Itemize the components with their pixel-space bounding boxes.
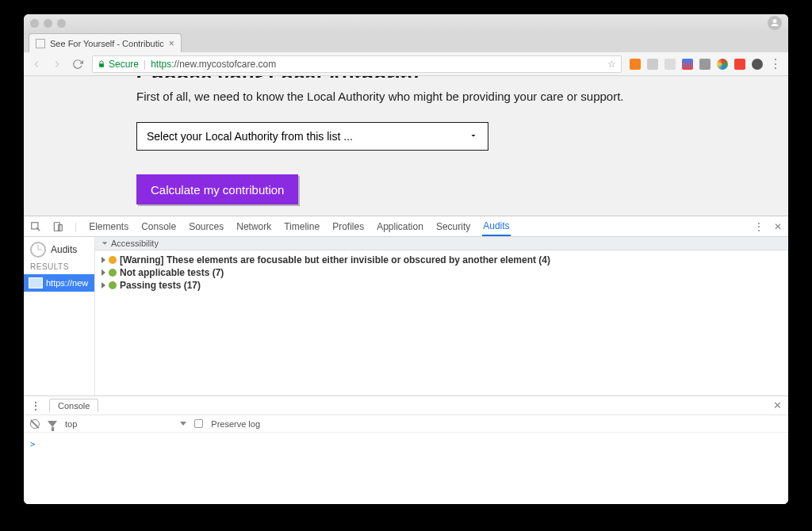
tab-profiles[interactable]: Profiles [331, 216, 365, 236]
tab-title: See For Yourself - Contributic [50, 39, 164, 48]
drawer-menu-icon[interactable]: ⋮ [30, 399, 41, 412]
audit-label: [Warning] These elements are focusable b… [120, 254, 550, 266]
bookmark-star-icon[interactable]: ☆ [607, 59, 616, 70]
inspect-element-icon[interactable] [30, 221, 41, 232]
audit-label: Not applicable tests (7) [120, 267, 224, 278]
audits-sidebar-header: Audits [24, 237, 94, 262]
audit-result-item[interactable]: https://new [24, 274, 94, 292]
clock-icon [30, 242, 46, 258]
result-thumbnail-icon [29, 277, 43, 288]
calculate-button[interactable]: Calculate my contribution [136, 174, 298, 204]
clear-console-icon[interactable] [30, 419, 40, 429]
nav-back-icon[interactable] [30, 58, 43, 71]
chevron-down-icon [180, 422, 186, 426]
audits-main: Accessibility [Warning] These elements a… [95, 237, 788, 395]
svg-rect-2 [59, 224, 63, 231]
context-label: top [65, 419, 77, 429]
disclosure-triangle-icon [102, 282, 105, 288]
tab-strip: See For Yourself - Contributic × [24, 32, 788, 52]
local-authority-select[interactable]: Select your Local Authority from this li… [136, 122, 488, 151]
console-drawer: ⋮ Console ✕ top Preserve log > [24, 395, 788, 504]
preserve-log-label: Preserve log [211, 419, 260, 429]
secure-label: Secure [109, 59, 139, 70]
devtools-tabs: | Elements Console Sources Network Timel… [24, 216, 788, 237]
window-controls [30, 19, 66, 28]
extension-icon[interactable] [699, 59, 710, 70]
drawer-close-icon[interactable]: ✕ [773, 399, 782, 411]
omnibox[interactable]: Secure | https://new.mycostofcare.com ☆ [92, 55, 622, 73]
drawer-tabs: ⋮ Console ✕ [24, 396, 788, 415]
devtools-panel: | Elements Console Sources Network Timel… [24, 216, 788, 504]
extension-icon[interactable] [682, 59, 693, 70]
extension-icons: ⋮ [630, 58, 782, 71]
page-intro: First of all, we need to know the Local … [136, 89, 676, 105]
profile-avatar-icon[interactable] [768, 16, 782, 30]
audit-row-pass[interactable]: Passing tests (17) [102, 279, 782, 292]
device-toolbar-icon[interactable] [52, 221, 63, 232]
tab-console[interactable]: Console [140, 216, 177, 236]
nav-forward-icon[interactable] [51, 58, 63, 71]
tab-audits[interactable]: Audits [482, 216, 510, 236]
disclosure-triangle-icon [102, 269, 105, 276]
result-url: https://new [46, 278, 88, 288]
titlebar [24, 14, 788, 32]
menu-kebab-icon[interactable]: ⋮ [769, 58, 782, 71]
lock-icon [98, 60, 105, 68]
drawer-tab-console[interactable]: Console [49, 399, 98, 412]
extension-icon[interactable] [734, 59, 745, 70]
disclosure-triangle-icon [102, 257, 105, 263]
devtools-menu-icon[interactable]: ⋮ [753, 220, 764, 233]
console-prompt: > [30, 439, 36, 449]
status-pass-icon [109, 269, 117, 277]
audit-row-na[interactable]: Not applicable tests (7) [102, 266, 782, 279]
tab-sources[interactable]: Sources [188, 216, 224, 236]
browser-window: See For Yourself - Contributic × Secure … [24, 14, 788, 504]
devtools-close-icon[interactable]: ✕ [774, 221, 782, 232]
console-toolbar: top Preserve log [24, 415, 788, 433]
close-window-icon[interactable] [30, 19, 39, 28]
preserve-log-checkbox[interactable] [194, 419, 203, 428]
zoom-window-icon[interactable] [57, 19, 66, 28]
caret-down-icon [469, 130, 478, 143]
browser-tab[interactable]: See For Yourself - Contributic × [29, 33, 182, 52]
select-placeholder: Select your Local Authority from this li… [147, 130, 353, 143]
favicon-icon [36, 39, 45, 48]
page-viewport: Choose your Local Authority First of all… [24, 76, 788, 216]
tab-application[interactable]: Application [376, 216, 424, 236]
tab-network[interactable]: Network [236, 216, 272, 236]
audit-tree: [Warning] These elements are focusable b… [95, 250, 788, 295]
extension-icon[interactable] [752, 59, 763, 70]
svg-rect-1 [54, 222, 59, 231]
extension-icon[interactable] [647, 59, 658, 70]
reload-icon[interactable] [71, 58, 84, 71]
status-warning-icon [109, 256, 117, 264]
address-bar: Secure | https://new.mycostofcare.com ☆ … [24, 52, 788, 76]
filter-icon[interactable] [48, 421, 57, 427]
context-selector[interactable]: top [65, 419, 77, 429]
page-heading: Choose your Local Authority [136, 76, 676, 78]
audit-label: Passing tests (17) [120, 280, 201, 291]
url-text: https://new.mycostofcare.com [151, 59, 603, 70]
accessibility-section-header[interactable]: Accessibility [95, 237, 788, 250]
close-tab-icon[interactable]: × [169, 38, 174, 49]
secure-indicator: Secure [98, 59, 139, 70]
section-title: Accessibility [111, 239, 159, 248]
extension-icon[interactable] [630, 59, 641, 70]
extension-icon[interactable] [717, 59, 728, 70]
tab-timeline[interactable]: Timeline [283, 216, 320, 236]
context-dropdown[interactable] [180, 422, 186, 426]
tab-security[interactable]: Security [435, 216, 471, 236]
minimize-window-icon[interactable] [44, 19, 52, 28]
console-output[interactable]: > [24, 433, 788, 504]
devtools-body: Audits RESULTS https://new Accessibility [24, 237, 788, 395]
page-content: Choose your Local Authority First of all… [128, 76, 684, 216]
status-pass-icon [109, 281, 117, 289]
audits-sidebar: Audits RESULTS https://new [24, 237, 95, 395]
audits-title: Audits [51, 244, 77, 255]
extension-icon[interactable] [665, 59, 676, 70]
tab-elements[interactable]: Elements [88, 216, 129, 236]
audit-row-warning[interactable]: [Warning] These elements are focusable b… [102, 254, 782, 266]
audits-results-label: RESULTS [24, 262, 94, 274]
